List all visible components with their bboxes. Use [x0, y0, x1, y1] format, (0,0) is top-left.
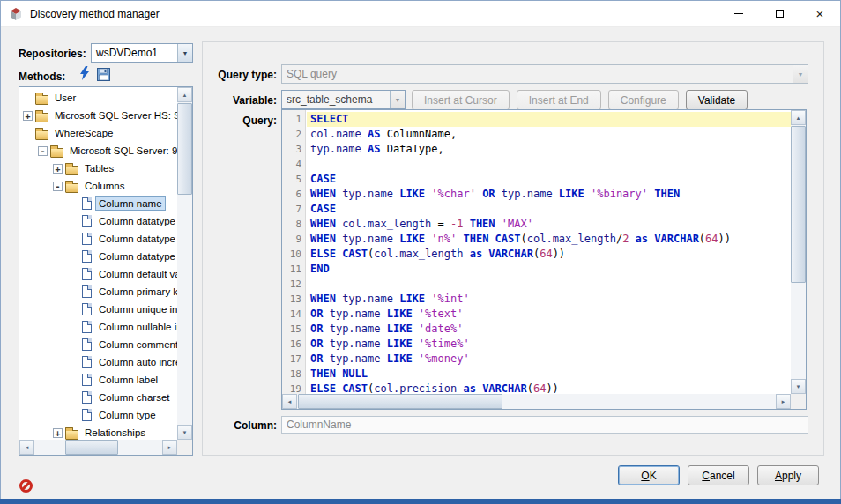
dropdown-icon[interactable]: ▼ [793, 65, 808, 83]
code-line-9[interactable]: WHEN typ.name LIKE 'n%' THEN CAST(col.ma… [307, 232, 791, 247]
code-line-19[interactable]: ELSE CAST(col.precision as VARCHAR(64)) [307, 382, 791, 394]
code-line-16[interactable]: OR typ.name LIKE '%time%' [307, 337, 791, 352]
dropdown-icon[interactable]: ▼ [390, 91, 405, 108]
tree-item-microsoft-sql-server-9-0[interactable]: -Microsoft SQL Server: 9.0 - [20, 142, 177, 159]
scroll-down-button[interactable]: ▼ [177, 425, 192, 440]
tree-item-column-default-val[interactable]: Column default val [20, 265, 177, 283]
code-line-7[interactable]: CASE [307, 202, 791, 217]
editor-horizontal-scrollbar[interactable]: ◄ ► [282, 394, 791, 409]
code-line-13[interactable]: WHEN typ.name LIKE '%int' [307, 292, 791, 307]
variable-combobox[interactable]: src_table_schema ▼ [281, 90, 406, 109]
code-token [361, 128, 368, 140]
tree-item-column-datatype-s[interactable]: Column datatype s [20, 248, 177, 265]
tree-item-column-comment[interactable]: Column comment [20, 336, 177, 353]
code-line-15[interactable]: OR typ.name LIKE 'date%' [307, 322, 791, 337]
code-line-8[interactable]: WHEN col.max_length = -1 THEN 'MAX' [307, 217, 791, 232]
tree-item-column-primary-ke[interactable]: Column primary ke [20, 283, 177, 300]
code-line-5[interactable]: CASE [307, 172, 791, 187]
tree-vertical-scrollbar[interactable]: ▲ ▼ [177, 87, 192, 440]
tree-item-column-datatype[interactable]: Column datatype [20, 212, 177, 230]
code-token: )) [553, 248, 565, 260]
tree-handle-spacer [68, 287, 78, 297]
insert-at-end-button[interactable]: Insert at End [517, 90, 601, 110]
save-method-button[interactable] [95, 66, 111, 82]
tree-item-column-datatype-s[interactable]: Column datatype s [20, 230, 177, 248]
code-token: typ.name [502, 188, 553, 200]
scroll-up-button[interactable]: ▲ [791, 110, 806, 125]
refresh-methods-button[interactable] [77, 65, 93, 81]
code-line-11[interactable]: END [307, 262, 791, 277]
scroll-right-button[interactable]: ► [776, 394, 791, 409]
code-line-14[interactable]: OR typ.name LIKE '%text' [307, 307, 791, 322]
code-token [413, 308, 419, 320]
dropdown-icon[interactable]: ▼ [177, 44, 192, 62]
code-area[interactable]: SELECTcol.name AS ColumnName,typ.name AS… [307, 110, 791, 394]
scroll-right-button[interactable]: ► [162, 440, 177, 455]
tree-item-wherescape[interactable]: WhereScape [20, 124, 177, 142]
tree-horizontal-scrollbar[interactable]: ◄ ► [19, 440, 177, 455]
line-number: 12 [282, 277, 305, 292]
collapse-icon[interactable]: - [53, 182, 63, 191]
tree-item-column-nullable-in[interactable]: Column nullable in [20, 318, 177, 336]
code-token: ( [699, 233, 705, 245]
tree-handle-spacer [23, 93, 33, 103]
scroll-up-button[interactable]: ▲ [177, 87, 192, 102]
tree-item-tables[interactable]: +Tables [20, 159, 177, 177]
code-token: DataType, [380, 143, 443, 155]
ok-button[interactable]: OK [618, 465, 680, 485]
tree-item-column-name[interactable]: Column name [20, 195, 177, 212]
code-line-12[interactable] [307, 277, 791, 292]
expand-icon[interactable]: + [53, 428, 63, 438]
minimize-button[interactable] [718, 1, 759, 26]
code-token: THEN [463, 233, 488, 245]
validate-button[interactable]: Validate [686, 90, 748, 110]
tree-indent [20, 415, 68, 416]
code-line-4[interactable] [307, 157, 791, 172]
code-line-6[interactable]: WHEN typ.name LIKE '%char' OR typ.name L… [307, 187, 791, 202]
query-editor[interactable]: 12345678910111213141516171819 SELECTcol.… [281, 109, 807, 410]
code-line-1[interactable]: SELECT [307, 112, 791, 127]
scroll-down-button[interactable]: ▼ [791, 379, 806, 394]
tree-item-relationships[interactable]: +Relationships [20, 424, 177, 440]
apply-button[interactable]: Apply [757, 465, 819, 485]
editor-vertical-scrollbar[interactable]: ▲ ▼ [791, 110, 806, 394]
tree-item-user[interactable]: User [20, 89, 177, 107]
tree-item-column-unique-ind[interactable]: Column unique ind [20, 300, 177, 318]
code-line-2[interactable]: col.name AS ColumnName, [307, 127, 791, 142]
code-token [413, 322, 419, 335]
scrollbar-thumb[interactable] [65, 440, 118, 455]
code-token: WHEN [310, 233, 336, 245]
code-token: CASE [310, 203, 336, 215]
tree-item-columns[interactable]: -Columns [20, 177, 177, 195]
maximize-button[interactable] [759, 1, 800, 26]
query-type-combobox[interactable]: SQL query ▼ [281, 64, 808, 84]
code-line-18[interactable]: THEN NULL [307, 367, 791, 382]
tree-handle-spacer [68, 270, 78, 279]
tree-item-column-label[interactable]: Column label [20, 371, 177, 389]
tree-item-column-type[interactable]: Column type [20, 406, 177, 424]
scrollbar-thumb[interactable] [298, 394, 502, 409]
collapse-icon[interactable]: - [38, 146, 48, 156]
document-icon [82, 197, 92, 210]
code-token: SELECT [310, 113, 348, 125]
code-line-3[interactable]: typ.name AS DataType, [307, 142, 791, 157]
close-button[interactable]: × [800, 1, 840, 26]
column-field[interactable]: ColumnName [281, 416, 808, 434]
tree-handle-spacer [68, 305, 78, 315]
scrollbar-thumb[interactable] [791, 126, 806, 283]
tree-item-column-auto-incre[interactable]: Column auto incre [20, 353, 177, 371]
scroll-left-button[interactable]: ◄ [19, 440, 34, 455]
code-line-10[interactable]: ELSE CAST(col.max_length as VARCHAR(64)) [307, 247, 791, 262]
insert-at-cursor-button[interactable]: Insert at Cursor [412, 90, 510, 110]
repositories-combobox[interactable]: wsDVDemo1 ▼ [91, 43, 193, 63]
expand-icon[interactable]: + [23, 111, 33, 121]
tree-item-column-charset[interactable]: Column charset [20, 389, 177, 406]
expand-icon[interactable]: + [53, 164, 63, 174]
scrollbar-thumb[interactable] [177, 103, 192, 195]
code-token: typ.name [330, 337, 381, 350]
configure-button[interactable]: Configure [608, 90, 679, 110]
tree-item-microsoft-sql-server-hs-s[interactable]: +Microsoft SQL Server HS: S [20, 107, 177, 124]
scroll-left-button[interactable]: ◄ [282, 394, 297, 409]
code-line-17[interactable]: OR typ.name LIKE '%money' [307, 352, 791, 367]
cancel-button[interactable]: Cancel [688, 465, 749, 485]
